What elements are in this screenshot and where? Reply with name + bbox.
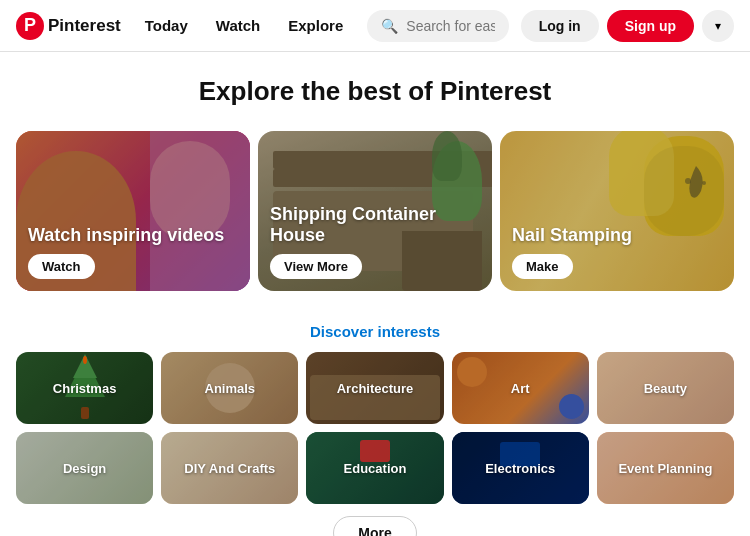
interest-card-architecture[interactable]: Architecture (306, 352, 443, 424)
interest-label-art: Art (452, 352, 589, 424)
search-input[interactable] (406, 18, 494, 34)
interest-label-education: Education (306, 432, 443, 504)
search-icon: 🔍 (381, 18, 398, 34)
page-title: Explore the best of Pinterest (16, 76, 734, 107)
nav-watch[interactable]: Watch (204, 11, 272, 40)
interest-card-animals[interactable]: Animals (161, 352, 298, 424)
header-actions: Log in Sign up ▾ (521, 10, 734, 42)
make-button[interactable]: Make (512, 254, 573, 279)
login-button[interactable]: Log in (521, 10, 599, 42)
header: P Pinterest Today Watch Explore 🔍 Log in… (0, 0, 750, 52)
nav-explore[interactable]: Explore (276, 11, 355, 40)
watch-button[interactable]: Watch (28, 254, 95, 279)
card-title-shipping: Shipping Container House (270, 204, 480, 246)
interest-label-design: Design (16, 432, 153, 504)
interest-label-electronics: Electronics (452, 432, 589, 504)
interest-card-design[interactable]: Design (16, 432, 153, 504)
featured-card-shipping[interactable]: Shipping Container House View More (258, 131, 492, 291)
logo-text: Pinterest (48, 16, 121, 36)
logo-link[interactable]: P Pinterest (16, 12, 121, 40)
main-nav: Today Watch Explore (133, 11, 356, 40)
discover-section: Discover interests Christmas Animals (16, 323, 734, 536)
main-content: Explore the best of Pinterest Watch insp… (0, 52, 750, 536)
interests-grid: Christmas Animals Architecture Art (16, 352, 734, 504)
interest-label-animals: Animals (161, 352, 298, 424)
interest-card-electronics[interactable]: Electronics (452, 432, 589, 504)
interest-card-beauty[interactable]: Beauty (597, 352, 734, 424)
view-more-button[interactable]: View More (270, 254, 362, 279)
interest-label-beauty: Beauty (597, 352, 734, 424)
interest-label-christmas: Christmas (16, 352, 153, 424)
interest-card-diy[interactable]: DIY And Crafts (161, 432, 298, 504)
featured-cards-row: Watch inspiring videos Watch Shipping Co… (16, 131, 734, 291)
search-bar: 🔍 (367, 10, 508, 42)
card-overlay-watch: Watch inspiring videos Watch (16, 131, 250, 291)
card-overlay-shipping: Shipping Container House View More (258, 131, 492, 291)
more-button-container: More (16, 516, 734, 536)
interest-label-diy: DIY And Crafts (161, 432, 298, 504)
interest-label-architecture: Architecture (306, 352, 443, 424)
more-button[interactable]: More (333, 516, 416, 536)
interest-card-christmas[interactable]: Christmas (16, 352, 153, 424)
interest-card-event-planning[interactable]: Event Planning (597, 432, 734, 504)
card-title-watch: Watch inspiring videos (28, 225, 238, 246)
card-overlay-nails: Nail Stamping Make (500, 131, 734, 291)
interest-label-event-planning: Event Planning (597, 432, 734, 504)
featured-card-watch[interactable]: Watch inspiring videos Watch (16, 131, 250, 291)
dropdown-button[interactable]: ▾ (702, 10, 734, 42)
signup-button[interactable]: Sign up (607, 10, 694, 42)
interest-card-art[interactable]: Art (452, 352, 589, 424)
pinterest-logo-icon: P (16, 12, 44, 40)
card-title-nails: Nail Stamping (512, 225, 722, 246)
interest-card-education[interactable]: Education (306, 432, 443, 504)
nav-today[interactable]: Today (133, 11, 200, 40)
discover-title: Discover interests (16, 323, 734, 340)
featured-card-nails[interactable]: Nail Stamping Make (500, 131, 734, 291)
